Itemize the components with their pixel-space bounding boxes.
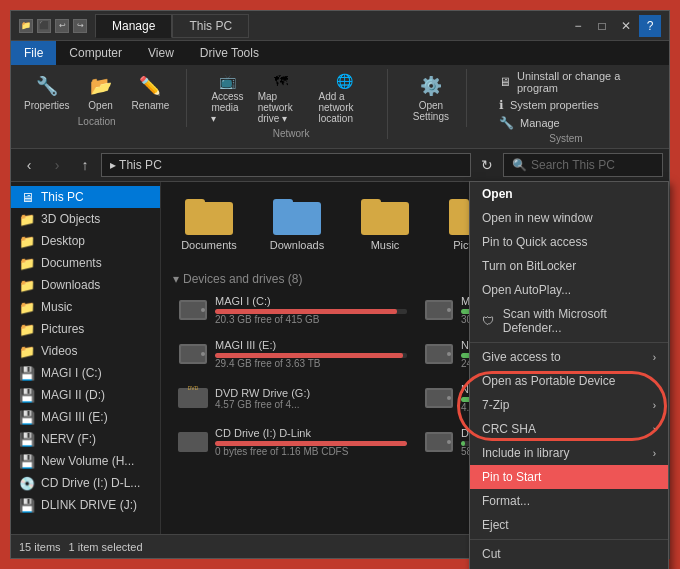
settings-label: OpenSettings [413,100,449,122]
sidebar-item-magiii[interactable]: 💾 MAGI III (E:) [11,406,160,428]
sidebar-item-desktop[interactable]: 📁 Desktop [11,230,160,252]
ctx-include-library-label: Include in library [482,446,569,460]
access-media-icon: 📺 [218,71,238,91]
ribbon-btn-access-media[interactable]: 📺 Accessmedia ▾ [207,69,247,126]
videos-label: Videos [41,344,77,358]
ctx-format[interactable]: Format... [470,489,668,513]
ctx-pin-quick-label: Pin to Quick access [482,235,587,249]
ribbon-btn-properties[interactable]: 🔧 Properties [19,69,75,114]
include-library-arrow: › [653,448,656,459]
sidebar-item-videos[interactable]: 📁 Videos [11,340,160,362]
ctx-give-access[interactable]: Give access to › [470,345,668,369]
system-properties[interactable]: ℹ System properties [495,97,645,113]
ribbon-btn-map-drive[interactable]: 🗺 Map networkdrive ▾ [254,69,309,126]
ctx-portable[interactable]: Open as Portable Device [470,369,668,393]
ctx-bitlocker[interactable]: Turn on BitLocker [470,254,668,278]
device-dvd[interactable]: DVD DVD RW Drive (G:) 4.57 GB free of 4.… [171,378,413,418]
ctx-crcsha[interactable]: CRC SHA › [470,417,668,441]
ribbon-tab-drivetools[interactable]: Drive Tools [187,41,272,65]
ctx-eject[interactable]: Eject [470,513,668,537]
svg-rect-12 [178,388,208,408]
ctx-bitlocker-label: Turn on BitLocker [482,259,576,273]
network-group-label: Network [273,128,310,139]
window-controls: − □ ✕ ? [567,15,661,37]
magiid-icon [423,294,455,326]
main-window: 📁 ⬛ ↩ ↪ Manage This PC − □ ✕ ? File Comp… [10,10,670,559]
sidebar-item-pictures[interactable]: 📁 Pictures [11,318,160,340]
ribbon-settings-items: ⚙️ OpenSettings [408,69,454,125]
ribbon-btn-rename[interactable]: ✏️ Rename [127,69,175,114]
3dobjects-icon: 📁 [19,211,35,227]
add-location-icon: 🌐 [335,71,355,91]
ctx-divider-2 [470,539,668,540]
uninstall-label: Uninstall or change a program [517,70,641,94]
sidebar-item-nerv[interactable]: 💾 NERV (F:) [11,428,160,450]
ctx-defender[interactable]: 🛡 Scan with Microsoft Defender... [470,302,668,340]
folder-item-music[interactable]: Music [345,190,425,256]
sidebar-item-music[interactable]: 📁 Music [11,296,160,318]
sidebar-item-magic[interactable]: 💾 MAGI I (C:) [11,362,160,384]
add-location-label: Add a networklocation [319,91,371,124]
dvd-device-icon: DVD [177,382,209,414]
title-tab-thispc[interactable]: This PC [172,14,249,38]
device-magici[interactable]: MAGI I (C:) 20.3 GB free of 415 GB [171,290,413,330]
system-manage[interactable]: 🔧 Manage [495,115,645,131]
ctx-include-library[interactable]: Include in library › [470,441,668,465]
system-items: 🖥 Uninstall or change a program ℹ System… [487,69,645,131]
sidebar-item-magii[interactable]: 💾 MAGI II (D:) [11,384,160,406]
crcsha-arrow: › [653,424,656,435]
magic-icon: 💾 [19,365,35,381]
address-path[interactable]: ▸ This PC [101,153,471,177]
folder-item-downloads[interactable]: Downloads [257,190,337,256]
pictures-label: Pictures [41,322,84,336]
cdrive-device-icon [177,426,209,458]
back-button[interactable]: ‹ [17,153,41,177]
up-button[interactable]: ↑ [73,153,97,177]
system-uninstall[interactable]: 🖥 Uninstall or change a program [495,69,645,95]
title-tab-manage[interactable]: Manage [95,14,172,38]
ribbon-tab-computer[interactable]: Computer [56,41,135,65]
ribbon-tab-view[interactable]: View [135,41,187,65]
minimize-button[interactable]: − [567,15,589,37]
refresh-button[interactable]: ↻ [475,153,499,177]
ribbon-btn-open[interactable]: 📂 Open [81,69,121,114]
ctx-cut[interactable]: Cut [470,542,668,566]
ctx-pin-start-label: Pin to Start [482,470,541,484]
ctx-autoplay[interactable]: Open AutoPlay... [470,278,668,302]
device-magiiii[interactable]: MAGI III (E:) 29.4 GB free of 3.63 TB [171,334,413,374]
magici-name: MAGI I (C:) [215,295,407,307]
ctx-pin-start[interactable]: Pin to Start [470,465,668,489]
sidebar-item-thispc[interactable]: 🖥 This PC [11,186,160,208]
sidebar-item-dlink[interactable]: 💾 DLINK DRIVE (J:) [11,494,160,516]
dlink-icon: 💾 [19,497,35,513]
sidebar-item-newvol[interactable]: 💾 New Volume (H... [11,450,160,472]
app-icon: 📁 [19,19,33,33]
help-button[interactable]: ? [639,15,661,37]
ctx-open[interactable]: Open [470,182,668,206]
ctx-pin-quick[interactable]: Pin to Quick access [470,230,668,254]
ctx-open-new-window[interactable]: Open in new window [470,206,668,230]
close-button[interactable]: ✕ [615,15,637,37]
ribbon-btn-open-settings[interactable]: ⚙️ OpenSettings [408,69,454,125]
magiii-label: MAGI III (E:) [41,410,108,424]
ribbon-group-system: 🖥 Uninstall or change a program ℹ System… [487,69,657,144]
newvol-device-icon [423,382,455,414]
sidebar-item-3dobjects[interactable]: 📁 3D Objects [11,208,160,230]
ctx-divider-1 [470,342,668,343]
ribbon-location-items: 🔧 Properties 📂 Open ✏️ Rename [19,69,174,114]
rename-label: Rename [132,100,170,111]
folder-item-documents[interactable]: Documents [169,190,249,256]
ribbon-tab-file[interactable]: File [11,41,56,65]
ribbon-tabs: File Computer View Drive Tools [11,41,669,65]
forward-button[interactable]: › [45,153,69,177]
map-drive-icon: 🗺 [271,71,291,91]
maximize-button[interactable]: □ [591,15,613,37]
magii-label: MAGI II (D:) [41,388,105,402]
search-box[interactable]: 🔍 Search This PC [503,153,663,177]
sidebar-item-documents[interactable]: 📁 Documents [11,252,160,274]
device-cdrive[interactable]: CD Drive (I:) D-Link 0 bytes free of 1.1… [171,422,413,462]
sidebar-item-cdrive[interactable]: 💿 CD Drive (I:) D-L... [11,472,160,494]
sidebar-item-downloads[interactable]: 📁 Downloads [11,274,160,296]
ribbon-btn-add-location[interactable]: 🌐 Add a networklocation [315,69,375,126]
ctx-7zip[interactable]: 7-Zip › [470,393,668,417]
